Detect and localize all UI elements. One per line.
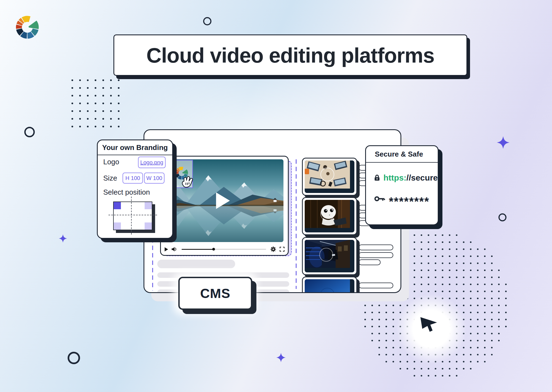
- position-bottom-left[interactable]: [114, 222, 121, 230]
- cms-badge-label: CMS: [200, 286, 230, 301]
- cms-badge: CMS: [178, 277, 252, 310]
- settings-icon[interactable]: [270, 246, 276, 252]
- url-rest: //secure: [407, 173, 438, 182]
- video-thumbnail-server-corridor[interactable]: [302, 237, 357, 275]
- hand-grab-cursor: [180, 175, 194, 189]
- ring-decoration: [68, 352, 80, 364]
- size-label: Size: [103, 174, 117, 182]
- color-wheel-logo: [15, 15, 39, 39]
- lock-icon: [374, 173, 380, 182]
- logo-label: Logo: [103, 158, 119, 166]
- video-controls-bar: [164, 245, 285, 254]
- branding-panel: Your own Branding Logo Logo.png Size H 1…: [97, 139, 173, 239]
- security-panel-title: Secure & Safe: [366, 146, 438, 163]
- crosshair-vertical: [131, 197, 132, 235]
- progress-played: [182, 249, 214, 250]
- cms-window: [144, 129, 401, 293]
- sparkle-icon: [276, 353, 286, 362]
- text-skeleton-outline: [359, 252, 393, 258]
- progress-bar[interactable]: [182, 248, 266, 251]
- position-selector[interactable]: [113, 202, 152, 230]
- ring-decoration: [24, 127, 35, 137]
- branding-panel-title: Your own Branding: [98, 140, 172, 155]
- logo-file-button[interactable]: Logo.png: [138, 157, 166, 168]
- url-scheme: https:: [383, 173, 406, 182]
- sparkle-icon: [59, 234, 67, 243]
- volume-icon[interactable]: [171, 247, 177, 252]
- select-position-label: Select position: [103, 188, 150, 197]
- ring-decoration: [203, 17, 211, 25]
- text-skeleton-outline: [359, 259, 381, 265]
- position-top-left-selected[interactable]: [114, 202, 121, 209]
- video-thumbnail-team-desk[interactable]: [302, 158, 357, 196]
- ring-decoration: [498, 213, 506, 221]
- text-skeleton-outline: [359, 283, 393, 288]
- play-button[interactable]: [216, 192, 230, 210]
- text-skeleton-outline: [359, 245, 393, 250]
- height-field[interactable]: H 100: [123, 173, 143, 184]
- video-frame-mountain-lake: [164, 159, 283, 242]
- illustration-canvas: Cloud video editing platforms: [0, 0, 552, 392]
- security-panel: Secure & Safe https://secure ********: [365, 145, 439, 225]
- secure-url: https://secure: [383, 173, 438, 182]
- key-icon: [374, 195, 385, 202]
- progress-knob[interactable]: [212, 248, 215, 251]
- video-player[interactable]: [160, 156, 289, 256]
- text-skeleton: [157, 260, 235, 268]
- arrow-cursor: [419, 315, 441, 335]
- page-title: Cloud video editing platforms: [146, 43, 434, 67]
- fullscreen-icon[interactable]: [280, 247, 285, 252]
- position-top-right[interactable]: [145, 202, 152, 209]
- width-field[interactable]: W 100: [144, 173, 164, 184]
- crosshair-horizontal: [108, 215, 157, 215]
- position-bottom-right[interactable]: [145, 222, 152, 230]
- page-title-banner: Cloud video editing platforms: [113, 34, 467, 76]
- video-thumbnail-robot[interactable]: [302, 197, 357, 235]
- play-icon[interactable]: [164, 247, 168, 252]
- video-thumbnail-blue-abstract[interactable]: [302, 276, 357, 293]
- sparkle-icon: [497, 136, 509, 149]
